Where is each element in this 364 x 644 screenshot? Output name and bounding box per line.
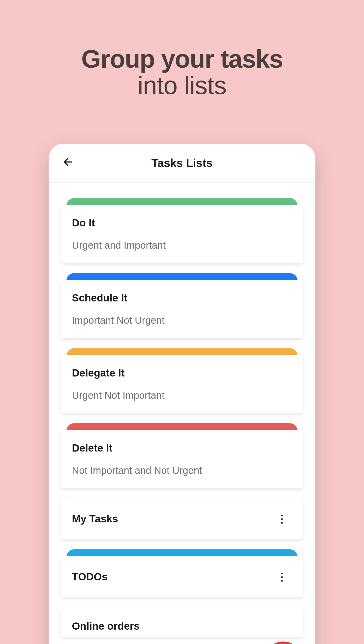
phone-frame: Tasks Lists Do It Urgent and Important S… <box>49 144 315 644</box>
list-item[interactable]: Schedule It Important Not Urgent <box>61 273 303 338</box>
list-item[interactable]: Delete It Not Important and Not Urgent <box>61 423 303 488</box>
list-card: Delete It Not Important and Not Urgent <box>61 430 303 488</box>
list-subtitle: Not Important and Not Urgent <box>72 465 292 476</box>
list-card: Do It Urgent and Important <box>61 205 303 263</box>
list-title: Do It <box>72 217 292 229</box>
list-subtitle: Urgent and Important <box>72 240 292 251</box>
add-list-fab[interactable] <box>263 642 303 644</box>
list-subtitle: Important Not Urgent <box>72 315 292 326</box>
list-item[interactable]: Delegate It Urgent Not Important <box>61 348 303 414</box>
list-item[interactable]: My Tasks ⋮ <box>61 498 303 540</box>
more-options-button[interactable]: ⋮ <box>272 569 292 584</box>
back-button[interactable] <box>63 156 73 170</box>
headline: Group your tasks into lists <box>0 0 364 100</box>
list-item[interactable]: Online orders <box>61 607 303 637</box>
app-bar-title: Tasks Lists <box>151 156 213 170</box>
more-vertical-icon: ⋮ <box>277 513 287 524</box>
promo-page: Group your tasks into lists Tasks Lists … <box>0 0 364 644</box>
lists-scroll[interactable]: Do It Urgent and Important Schedule It I… <box>49 183 315 637</box>
list-title: Delegate It <box>72 367 292 379</box>
list-item[interactable]: TODOs ⋮ <box>61 550 303 598</box>
list-item[interactable]: Do It Urgent and Important <box>61 198 303 263</box>
list-title: My Tasks <box>72 513 118 525</box>
list-title: TODOs <box>72 571 108 583</box>
more-options-button[interactable]: ⋮ <box>272 511 292 526</box>
arrow-left-icon <box>63 156 73 168</box>
list-title: Delete It <box>72 442 292 454</box>
list-subtitle: Urgent Not Important <box>72 390 292 401</box>
list-card: Delegate It Urgent Not Important <box>61 355 303 414</box>
headline-line1: Group your tasks <box>0 44 364 74</box>
app-bar: Tasks Lists <box>49 144 315 183</box>
headline-line2: into lists <box>0 71 364 100</box>
list-title: Online orders <box>72 620 140 632</box>
list-title: Schedule It <box>72 292 292 304</box>
list-card: Schedule It Important Not Urgent <box>61 280 303 338</box>
more-vertical-icon: ⋮ <box>277 571 287 582</box>
list-card: TODOs ⋮ <box>61 556 303 598</box>
